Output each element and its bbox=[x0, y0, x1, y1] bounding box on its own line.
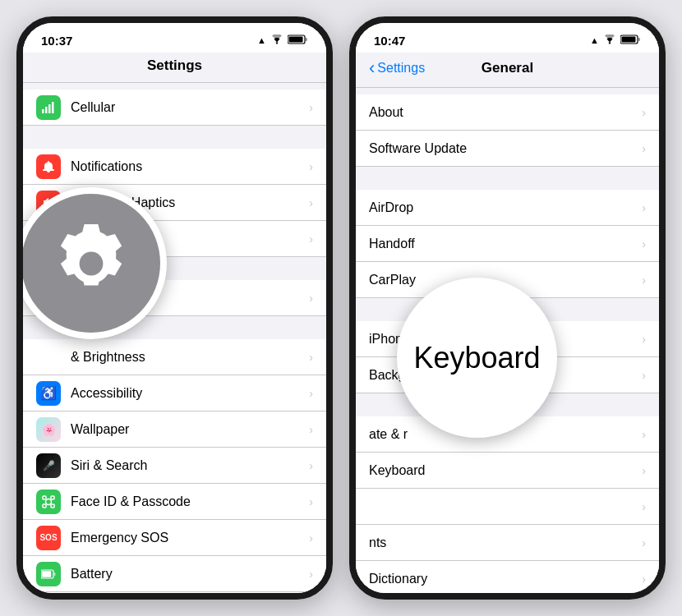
faceid-label: Face ID & Passcode bbox=[71, 494, 309, 509]
faceid-row[interactable]: Face ID & Passcode › bbox=[23, 484, 326, 520]
notifications-chevron: › bbox=[309, 160, 313, 173]
accessibility-row[interactable]: ♿ Accessibility › bbox=[23, 375, 326, 411]
about-chevron: › bbox=[642, 106, 646, 119]
siri-chevron: › bbox=[309, 459, 313, 472]
keyboard-row[interactable]: Keyboard › bbox=[356, 453, 659, 489]
svg-rect-6 bbox=[52, 102, 54, 113]
svg-rect-8 bbox=[43, 496, 46, 499]
handoff-label: Handoff bbox=[369, 237, 642, 251]
svg-rect-19 bbox=[638, 38, 641, 41]
screentime-chevron: › bbox=[309, 292, 313, 305]
cellular-chevron: › bbox=[309, 101, 313, 114]
cellular-label: Cellular bbox=[71, 100, 309, 115]
carplay-chevron: › bbox=[642, 274, 646, 287]
about-row[interactable]: About › bbox=[356, 94, 659, 131]
accessibility-icon: ♿ bbox=[36, 381, 61, 406]
back-chevron-icon: ‹ bbox=[369, 57, 375, 79]
siri-row[interactable]: 🎤 Siri & Search › bbox=[23, 448, 326, 484]
svg-rect-11 bbox=[51, 504, 54, 508]
nav-back-button[interactable]: ‹ Settings bbox=[369, 57, 425, 79]
handoff-chevron: › bbox=[642, 237, 646, 251]
software-update-label: Software Update bbox=[369, 141, 642, 156]
about-label: About bbox=[369, 105, 642, 120]
software-update-chevron: › bbox=[642, 142, 646, 155]
fonts-chevron: › bbox=[642, 536, 646, 549]
svg-rect-10 bbox=[43, 504, 46, 508]
language-chevron: › bbox=[642, 500, 646, 513]
svg-rect-14 bbox=[42, 571, 51, 577]
faceid-chevron: › bbox=[309, 495, 313, 508]
gear-overlay-circle bbox=[16, 187, 167, 339]
iphone-storage-chevron: › bbox=[642, 333, 646, 346]
accessibility-label: Accessibility bbox=[71, 386, 309, 401]
cellular-row[interactable]: Cellular › bbox=[23, 90, 326, 126]
sos-label: Emergency SOS bbox=[71, 531, 309, 545]
svg-point-16 bbox=[79, 251, 103, 275]
status-time-2: 10:47 bbox=[374, 34, 405, 48]
cellular-icon bbox=[36, 95, 61, 120]
keyboard-overlay-text: Keyboard bbox=[413, 341, 540, 375]
keyboard-overlay-circle: Keyboard bbox=[397, 278, 557, 438]
dnd-chevron: › bbox=[309, 232, 313, 246]
battery-icon-2 bbox=[620, 34, 641, 47]
faceid-icon bbox=[36, 490, 61, 514]
svg-rect-9 bbox=[51, 496, 54, 499]
phone1-frame: 10:37 ▲ bbox=[16, 16, 333, 600]
airdrop-label: AirDrop bbox=[369, 200, 642, 215]
svg-rect-15 bbox=[54, 572, 56, 576]
airdrop-row[interactable]: AirDrop › bbox=[356, 190, 659, 226]
software-update-row[interactable]: Software Update › bbox=[356, 131, 659, 167]
wallpaper-label: Wallpaper bbox=[71, 422, 309, 437]
fonts-row[interactable]: nts › bbox=[356, 525, 659, 561]
keyboard-chevron: › bbox=[642, 464, 646, 477]
language-row[interactable]: › bbox=[356, 489, 659, 525]
sos-icon: SOS bbox=[36, 526, 61, 550]
fonts-label: nts bbox=[369, 536, 642, 550]
nav-bar-1: Settings bbox=[23, 53, 326, 83]
siri-icon: 🎤 bbox=[36, 453, 61, 478]
date-time-chevron: › bbox=[642, 428, 646, 441]
svg-rect-18 bbox=[622, 36, 636, 42]
wallpaper-icon: 🌸 bbox=[36, 417, 61, 442]
siri-label: Siri & Search bbox=[71, 458, 309, 473]
display-label: & Brightness bbox=[71, 350, 309, 365]
dictionary-chevron: › bbox=[642, 572, 646, 586]
background-refresh-chevron: › bbox=[642, 369, 646, 382]
display-chevron: › bbox=[309, 351, 313, 364]
status-icons-2: ▲ bbox=[590, 34, 641, 47]
sos-row[interactable]: SOS Emergency SOS › bbox=[23, 520, 326, 556]
battery-row[interactable]: Battery › bbox=[23, 556, 326, 592]
signal-icon-2: ▲ bbox=[590, 35, 599, 45]
battery-icon bbox=[36, 562, 61, 586]
signal-icon-1: ▲ bbox=[257, 35, 266, 45]
sounds-chevron: › bbox=[309, 196, 313, 209]
battery-icon-1 bbox=[288, 34, 308, 46]
battery-chevron: › bbox=[309, 568, 313, 581]
wallpaper-row[interactable]: 🌸 Wallpaper › bbox=[23, 411, 326, 448]
svg-rect-4 bbox=[45, 107, 48, 113]
status-time-1: 10:37 bbox=[41, 34, 72, 48]
gear-icon bbox=[42, 214, 141, 313]
keyboard-label: Keyboard bbox=[369, 463, 642, 478]
svg-rect-2 bbox=[306, 38, 308, 41]
airdrop-chevron: › bbox=[642, 201, 646, 214]
svg-rect-1 bbox=[289, 37, 303, 43]
accessibility-chevron: › bbox=[309, 387, 313, 400]
notifications-row[interactable]: Notifications › bbox=[23, 149, 326, 185]
notifications-icon bbox=[36, 154, 61, 179]
privacy-row[interactable]: ✋ Privacy › bbox=[23, 592, 326, 593]
handoff-row[interactable]: Handoff › bbox=[356, 226, 659, 262]
status-bar-1: 10:37 ▲ bbox=[23, 23, 326, 53]
svg-rect-3 bbox=[42, 109, 44, 113]
sos-chevron: › bbox=[309, 531, 313, 545]
notifications-label: Notifications bbox=[71, 159, 309, 174]
display-row[interactable]: & Brightness › bbox=[23, 339, 326, 375]
nav-bar-2: ‹ Settings General bbox=[356, 53, 659, 88]
svg-rect-5 bbox=[48, 104, 51, 113]
dictionary-row[interactable]: Dictionary › bbox=[356, 561, 659, 593]
wifi-icon-2 bbox=[603, 34, 616, 47]
dictionary-label: Dictionary bbox=[369, 572, 642, 586]
settings-list-1: Cellular › Notifications › bbox=[23, 83, 326, 593]
status-icons-1: ▲ bbox=[257, 34, 308, 47]
svg-point-12 bbox=[46, 499, 52, 504]
